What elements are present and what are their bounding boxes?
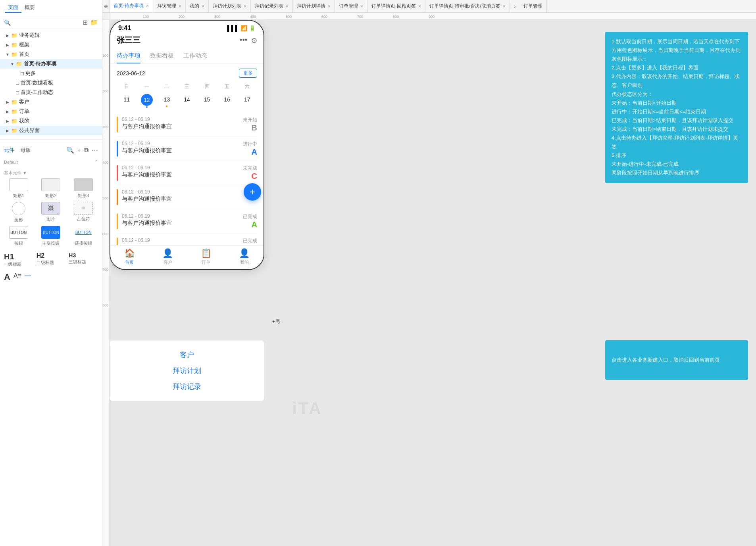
comp-label: 链接按钮 [75,240,92,246]
tab-overview[interactable]: 概要 [21,3,38,13]
task-item-5[interactable]: 06.12 - 06.19 与客户沟通报价事宜 已完成 A [117,209,257,234]
component-image[interactable]: 🖼 图片 [37,202,66,223]
cal-day-17[interactable]: 17 [237,94,257,108]
component-rect2[interactable]: 矩形2 [37,178,66,199]
wifi-icon: 📶 [240,25,247,31]
app-tab-activity[interactable]: 工作动态 [183,49,207,63]
cal-day-12[interactable]: 12 [137,94,157,108]
component-rect1[interactable]: 矩形1 [4,178,33,199]
cal-day-15[interactable]: 15 [197,94,217,108]
task-item-1[interactable]: 06.12 - 06.19 与客户沟通报价事宜 未开始 B [117,113,257,137]
tab-visit-record-list[interactable]: 拜访记录列表 × [251,0,293,13]
visit-record-link[interactable]: 拜访记录 [118,382,256,391]
add-icon[interactable]: + [77,147,81,154]
more-icon[interactable]: ⋯ [92,146,98,154]
folder-icon[interactable]: 📁 [90,19,98,26]
tree-item-home-todo[interactable]: ▼ 📁 首页-待办事项 [0,59,102,69]
tree-item-more[interactable]: ▶ □ 更多 [0,69,102,78]
app-tab-dashboard[interactable]: 数据看板 [150,49,174,63]
tree-item-business-logic[interactable]: ▶ 📁 业务逻辑 [0,31,102,40]
text-list-item[interactable]: A≡ [13,272,21,282]
tab-order-detail-review[interactable]: 订单详情页-回顾页签 × [367,0,425,13]
tab-label: 订单管理 [523,3,542,10]
tab-visit-plan-list[interactable]: 拜访计划列表 × [209,0,251,13]
text-dash-item[interactable]: — [25,272,31,282]
copy-icon[interactable]: ⧉ [84,147,88,154]
tab-close-icon[interactable]: × [244,4,246,9]
component-button[interactable]: BUTTON 按钮 [4,226,33,246]
fab-button[interactable]: + [244,183,261,201]
tab-visit-mgmt[interactable]: 拜访管理 × [153,0,186,13]
app-tab-todo[interactable]: 待办事项 [117,49,140,63]
component-circle[interactable]: 圆形 [4,202,33,223]
cal-day-16[interactable]: 16 [217,94,237,108]
folder-icon: 📁 [11,109,17,115]
tree-item-framework[interactable]: ▶ 📁 框架 [0,40,102,50]
tab-order-mgmt-2[interactable]: 订单管理 [519,0,547,13]
signal-icon: ▌▌▌ [227,25,239,31]
tab-order-detail-pending[interactable]: 订单详情页-待审批/否决/取消页签 × [425,0,510,13]
ruler-row: 100 200 300 400 500 600 700 800 900 [102,13,756,20]
ruler-vertical: 100 200 300 400 500 600 700 800 [102,20,110,546]
customer-link[interactable]: 客户 [118,350,256,360]
cal-day-11[interactable]: 11 [117,94,137,108]
visit-plan-link[interactable]: 拜访计划 [118,366,256,375]
tab-close-icon[interactable]: × [418,4,421,9]
task-item-6[interactable]: 06.12 - 06.19 已完成 [117,234,257,245]
tab-close-icon[interactable]: × [360,4,363,9]
component-primary-button[interactable]: BUTTON 主要按钮 [37,226,66,246]
tab-home-todo[interactable]: 首页-待办事项 × [110,0,153,13]
task-item-3[interactable]: 06.12 - 06.19 与客户沟通报价事宜 未完成 C [117,161,257,185]
nav-home[interactable]: 🏠 首页 [110,248,149,265]
component-rect3[interactable]: 矩形3 [69,178,98,199]
nav-customer[interactable]: 👤 客户 [149,248,187,265]
heading-h1[interactable]: H1 一级标题 [4,253,33,267]
tree-item-activity[interactable]: ▶ □ 首页-工作动态 [0,88,102,97]
cal-day-14[interactable]: 14 [177,94,197,108]
component-link-button[interactable]: BUTTON 链接按钮 [69,226,98,246]
cal-day-13[interactable]: 13 [157,94,177,108]
tab-close-icon[interactable]: × [146,3,149,9]
calendar-more-button[interactable]: 更多 [239,69,257,78]
weekday-wed: 三 [177,82,197,92]
day-num: 16 [217,94,237,105]
tab-more-arrow[interactable]: › [510,3,519,10]
tab-page[interactable]: 页面 [5,3,21,13]
component-placeholder[interactable]: ✉ 占位符 [69,202,98,223]
tab-close-icon[interactable]: × [328,4,331,9]
text-A-item[interactable]: A [4,272,10,282]
expand-icon[interactable]: ⌃ [94,159,98,165]
task-item-4[interactable]: 06.12 - 06.19 与客户沟通报价事宜 未完 + [117,185,257,209]
tab-close-icon[interactable]: × [179,4,181,9]
dots-icon[interactable]: ••• [240,36,247,45]
search-icon[interactable]: 🔍 [66,146,74,154]
add-page-icon[interactable]: ⊞ [83,19,88,26]
search-input[interactable] [13,19,80,25]
tab-visit-plan-detail[interactable]: 拜访计划详情 × [293,0,335,13]
tree-item-order[interactable]: ▶ 📁 订单 [0,107,102,116]
tab-masters[interactable]: 母版 [21,147,31,154]
h3-preview: H3 [69,253,76,258]
page-tree: ▶ 📁 业务逻辑 ▶ 📁 框架 ▼ 📁 首页 ▼ 📁 首页-待办事项 ▶ □ 更… [0,29,102,137]
nav-mine[interactable]: 👤 我的 [225,248,264,265]
tree-item-customer[interactable]: ▶ 📁 客户 [0,97,102,107]
tab-close-icon[interactable]: × [286,4,289,9]
tab-mine[interactable]: 我的 × [186,0,209,13]
tree-item-home[interactable]: ▼ 📁 首页 [0,50,102,59]
heading-h3[interactable]: H3 三级标题 [69,253,98,267]
tab-close-icon[interactable]: × [202,4,204,9]
tab-close-icon[interactable]: × [503,4,506,9]
task-item-2[interactable]: 06.12 - 06.19 与客户沟通报价事宜 进行中 A [117,137,257,161]
tab-order-mgmt[interactable]: 订单管理 × [335,0,367,13]
calendar-header: 2023-06-12 更多 [117,69,257,78]
tree-item-dashboard[interactable]: ▶ □ 首页-数据看板 [0,78,102,88]
arrow-icon: ▶ [5,43,10,47]
heading-h2[interactable]: H2 二级标题 [37,253,66,267]
left-top-tabs: 页面 概要 [5,3,38,13]
circle-icon[interactable]: ⊙ [251,36,257,45]
nav-order[interactable]: 📋 订单 [187,248,225,265]
tree-item-mine[interactable]: ▶ 📁 我的 [0,116,102,126]
tab-components[interactable]: 元件 [4,147,14,154]
tab-pin-icon[interactable]: ⊕ [102,0,110,13]
tree-item-public[interactable]: ▶ 📁 公共界面 [0,126,102,135]
